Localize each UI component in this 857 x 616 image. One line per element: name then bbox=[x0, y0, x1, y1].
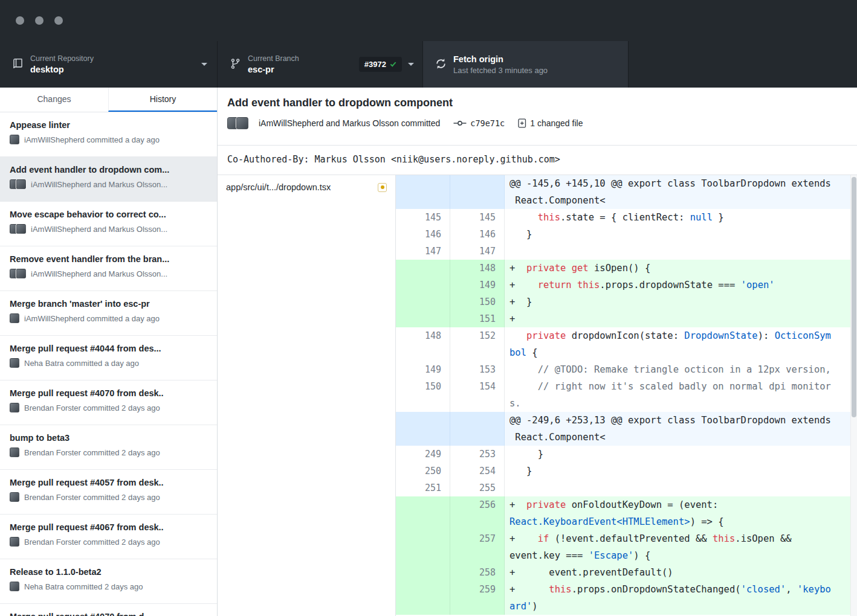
commit-item-byline: Brendan Forster committed 2 days ago bbox=[24, 537, 160, 547]
diff-code-line bbox=[505, 480, 857, 496]
diff-new-line-number: 253 bbox=[450, 446, 505, 463]
diff-new-line-number: 153 bbox=[450, 361, 505, 378]
commit-item-title: Remove event handler from the bran... bbox=[10, 254, 207, 264]
diff-line-row: 148152 private dropdownIcon(state: Dropd… bbox=[396, 327, 857, 361]
avatar bbox=[10, 358, 19, 368]
commit-item-meta: iAmWillShepherd and Markus Olsson... bbox=[10, 224, 207, 234]
diff-code-line: // right now it's scaled badly on normal… bbox=[505, 378, 857, 412]
commit-list-item[interactable]: bump to beta3 Brendan Forster committed … bbox=[0, 425, 217, 470]
diff-old-line-number: 249 bbox=[396, 446, 450, 463]
branch-name: esc-pr bbox=[248, 65, 352, 74]
committer-avatars bbox=[10, 313, 19, 323]
commit-list-item[interactable]: Remove event handler from the bran... iA… bbox=[0, 246, 217, 291]
diff-new-line-number: 145 bbox=[450, 209, 505, 226]
diff-code-line: } bbox=[505, 226, 857, 243]
diff-code-line: } bbox=[505, 463, 857, 480]
window-close-button[interactable] bbox=[16, 16, 24, 25]
chevron-down-icon bbox=[201, 63, 207, 66]
diff-line-row: 250254 } bbox=[396, 463, 857, 480]
committer-avatars bbox=[10, 358, 19, 368]
commit-item-title: Merge pull request #4070 from d... bbox=[10, 612, 207, 616]
changed-files-count: 1 changed file bbox=[530, 118, 583, 128]
diff-code-line: + bbox=[505, 310, 857, 327]
diff-old-line-number bbox=[396, 260, 450, 277]
diff-old-line-number bbox=[396, 412, 450, 446]
fetch-title: Fetch origin bbox=[453, 54, 619, 64]
commit-list-item[interactable]: Merge pull request #4044 from des... Neh… bbox=[0, 336, 217, 380]
tab-changes[interactable]: Changes bbox=[0, 88, 108, 112]
commit-header: Add event handler to dropdown component … bbox=[218, 88, 857, 146]
commit-item-title: Merge pull request #4070 from desk.. bbox=[10, 388, 207, 398]
diff-old-line-number: 148 bbox=[396, 327, 450, 361]
committer-avatars bbox=[10, 179, 26, 189]
diff-old-line-number bbox=[396, 581, 450, 615]
diff-code-line: + private get isOpen() { bbox=[505, 260, 857, 277]
diff-old-line-number: 251 bbox=[396, 480, 450, 496]
avatar bbox=[16, 224, 26, 234]
branch-label: Current Branch bbox=[248, 54, 352, 63]
commit-item-meta: Neha Batra committed a day ago bbox=[10, 358, 207, 368]
toolbar-empty-space bbox=[629, 41, 857, 88]
diff-line-row: 149+ return this.props.dropdownState ===… bbox=[396, 277, 857, 294]
commit-list-item[interactable]: Merge pull request #4070 from desk.. Bre… bbox=[0, 380, 217, 425]
window-zoom-button[interactable] bbox=[54, 16, 63, 25]
diff-line-row: 259+ this.props.onDropdownStateChanged('… bbox=[396, 581, 857, 615]
diff-new-line-number: 148 bbox=[450, 260, 505, 277]
diff-code-line: + this.props.onDropdownStateChanged('clo… bbox=[505, 581, 857, 615]
diff-line-row: 258+ event.preventDefault() bbox=[396, 564, 857, 581]
commit-item-meta: Brendan Forster committed 2 days ago bbox=[10, 537, 207, 547]
avatar bbox=[16, 269, 26, 278]
diff-new-line-number bbox=[450, 412, 505, 446]
repository-name: desktop bbox=[30, 65, 195, 74]
diff-scrollbar bbox=[850, 175, 857, 616]
commit-list-item[interactable]: Merge pull request #4057 from desk.. Bre… bbox=[0, 470, 217, 515]
committer-avatars bbox=[227, 117, 248, 129]
pr-number-badge[interactable]: #3972 bbox=[359, 57, 402, 72]
diff-code-line: + return this.props.dropdownState === 'o… bbox=[505, 277, 857, 294]
diff-code-line: + } bbox=[505, 294, 857, 310]
diff-code-line: + event.preventDefault() bbox=[505, 564, 857, 581]
tab-history[interactable]: History bbox=[108, 88, 217, 112]
commit-item-byline: Brendan Forster committed 2 days ago bbox=[24, 448, 160, 457]
sync-icon bbox=[435, 58, 447, 71]
current-repository-button[interactable]: Current Repository desktop bbox=[0, 41, 218, 88]
commit-detail-pane: Add event handler to dropdown component … bbox=[218, 88, 857, 616]
commit-list-item[interactable]: Move escape behavior to correct co... iA… bbox=[0, 202, 217, 246]
committer-avatars bbox=[10, 135, 19, 144]
window-minimize-button[interactable] bbox=[35, 16, 44, 25]
commit-list-item[interactable]: Merge branch 'master' into esc-pr iAmWil… bbox=[0, 291, 217, 336]
committer-avatars bbox=[10, 269, 26, 278]
diff-new-line-number: 149 bbox=[450, 277, 505, 294]
scrollbar-thumb[interactable] bbox=[852, 177, 856, 417]
avatar bbox=[16, 179, 26, 189]
fetch-subtitle: Last fetched 3 minutes ago bbox=[453, 66, 619, 75]
changed-file-icon bbox=[518, 118, 526, 128]
current-branch-button[interactable]: Current Branch esc-pr #3972 bbox=[218, 41, 423, 88]
diff-line-row: 145145 this.state = { clientRect: null } bbox=[396, 209, 857, 226]
diff-new-line-number: 151 bbox=[450, 310, 505, 327]
commit-item-title: Merge pull request #4057 from desk.. bbox=[10, 478, 207, 487]
diff-new-line-number: 147 bbox=[450, 243, 505, 260]
github-desktop-window: Current Repository desktop Current Branc… bbox=[0, 0, 857, 616]
commit-list-item[interactable]: Release to 1.1.0-beta2 Neha Batra commit… bbox=[0, 559, 217, 604]
fetch-origin-button[interactable]: Fetch origin Last fetched 3 minutes ago bbox=[423, 41, 629, 88]
commit-list-item[interactable]: Merge pull request #4070 from d... bbox=[0, 604, 217, 616]
commit-item-byline: iAmWillShepherd and Markus Olsson... bbox=[31, 180, 167, 189]
commit-item-byline: iAmWillShepherd and Markus Olsson... bbox=[31, 225, 167, 234]
file-list-item[interactable]: app/src/ui/t.../dropdown.tsx bbox=[218, 175, 395, 199]
avatar bbox=[10, 582, 19, 591]
commit-list-item[interactable]: Add event handler to dropdown com... iAm… bbox=[0, 157, 217, 202]
commit-item-title: Merge pull request #4067 from desk.. bbox=[10, 522, 207, 532]
diff-code-line: + private onFoldoutKeyDown = (event: Rea… bbox=[505, 496, 857, 530]
diff-code-line: + if (!event.defaultPrevented && this.is… bbox=[505, 530, 857, 564]
diff-line-row: 251255 bbox=[396, 480, 857, 496]
avatar bbox=[10, 448, 19, 457]
commit-list-item[interactable]: Merge pull request #4067 from desk.. Bre… bbox=[0, 515, 217, 559]
git-branch-icon bbox=[230, 58, 241, 71]
diff-old-line-number bbox=[396, 310, 450, 327]
chevron-down-icon bbox=[408, 63, 414, 66]
diff-line-row: 257+ if (!event.defaultPrevented && this… bbox=[396, 530, 857, 564]
commit-item-byline: iAmWillShepherd committed a day ago bbox=[24, 314, 160, 323]
commit-item-title: Add event handler to dropdown com... bbox=[10, 165, 207, 175]
commit-list-item[interactable]: Appease linter iAmWillShepherd committed… bbox=[0, 112, 217, 157]
